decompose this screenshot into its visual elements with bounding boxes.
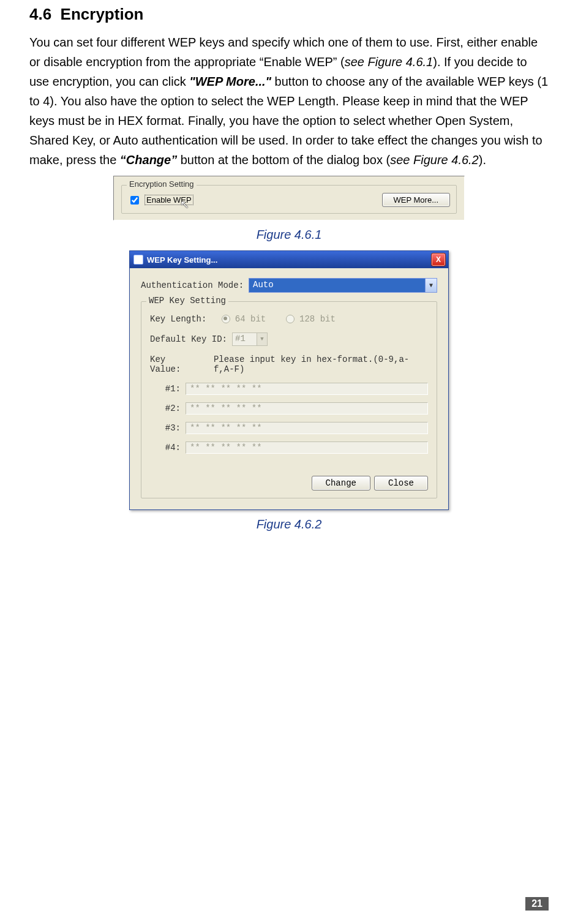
key1-input[interactable]: ** ** ** ** ** xyxy=(186,383,428,395)
auth-mode-label: Authentication Mode: xyxy=(141,280,244,290)
default-key-id-value: #1 xyxy=(233,333,257,345)
body-paragraph: You can set four different WEP keys and … xyxy=(29,32,549,170)
wep-more-ref: "WEP More..." xyxy=(189,75,271,88)
radio-64bit[interactable] xyxy=(222,315,230,323)
chevron-down-icon[interactable]: ▼ xyxy=(425,279,437,292)
default-key-id-combo[interactable]: #1 ▼ xyxy=(232,332,268,346)
body-text: button at the bottom of the dialog box ( xyxy=(177,153,390,167)
window-icon xyxy=(133,255,143,265)
key3-input[interactable]: ** ** ** ** ** xyxy=(186,422,428,434)
section-number: 4.6 xyxy=(29,5,51,23)
auth-mode-combo[interactable]: Auto ▼ xyxy=(249,278,437,293)
figure-462-caption: Figure 4.6.2 xyxy=(29,517,549,531)
key4-label: #4: xyxy=(150,443,181,453)
window-title: WEP Key Setting... xyxy=(147,255,217,265)
radio-128bit-label: 128 bit xyxy=(299,314,336,324)
close-icon[interactable]: X xyxy=(431,253,446,266)
key2-label: #2: xyxy=(150,404,181,413)
key3-label: #3: xyxy=(150,423,181,433)
group-legend: Encryption Setting xyxy=(127,179,197,189)
section-title: Encryption xyxy=(61,5,144,23)
radio-128bit[interactable] xyxy=(286,315,295,323)
key-value-hint: Please input key in hex-format.(0-9,a-f,… xyxy=(214,355,428,374)
key-length-label: Key Length: xyxy=(150,314,206,324)
group-legend: WEP Key Setting xyxy=(146,296,228,306)
auth-mode-value: Auto xyxy=(249,279,425,292)
change-button[interactable]: Change xyxy=(312,476,370,490)
body-text: ). xyxy=(479,153,486,167)
figure-ref: see Figure 4.6.2 xyxy=(390,153,479,167)
encryption-setting-group: Encryption Setting Enable WEP WEP More..… xyxy=(121,185,457,214)
wep-key-setting-group: WEP Key Setting Key Length: 64 bit 128 b… xyxy=(141,301,437,498)
figure-ref: see Figure 4.6.1 xyxy=(345,55,434,69)
figure-461-caption: Figure 4.6.1 xyxy=(29,228,549,242)
page-number: 21 xyxy=(525,897,549,911)
figure-461-panel: Encryption Setting Enable WEP WEP More..… xyxy=(113,176,465,220)
close-button[interactable]: Close xyxy=(374,476,428,490)
radio-64bit-label: 64 bit xyxy=(235,314,266,324)
enable-wep-checkbox[interactable] xyxy=(130,196,139,205)
figure-462-dialog: WEP Key Setting... X Authentication Mode… xyxy=(129,250,449,510)
key-value-label: Key Value: xyxy=(150,355,199,374)
change-ref: “Change” xyxy=(120,153,177,167)
enable-wep-label: Enable WEP xyxy=(144,195,193,205)
wep-more-button[interactable]: WEP More... xyxy=(382,193,450,207)
default-key-id-label: Default Key ID: xyxy=(150,334,227,344)
key4-input[interactable]: ** ** ** ** ** xyxy=(186,441,428,454)
enable-wep-checkbox-wrap[interactable]: Enable WEP xyxy=(128,194,193,206)
section-heading: 4.6 Encryption xyxy=(29,5,549,24)
chevron-down-icon[interactable]: ▼ xyxy=(257,333,267,345)
key1-label: #1: xyxy=(150,384,181,394)
key2-input[interactable]: ** ** ** ** ** xyxy=(186,402,428,415)
titlebar: WEP Key Setting... X xyxy=(130,251,448,268)
